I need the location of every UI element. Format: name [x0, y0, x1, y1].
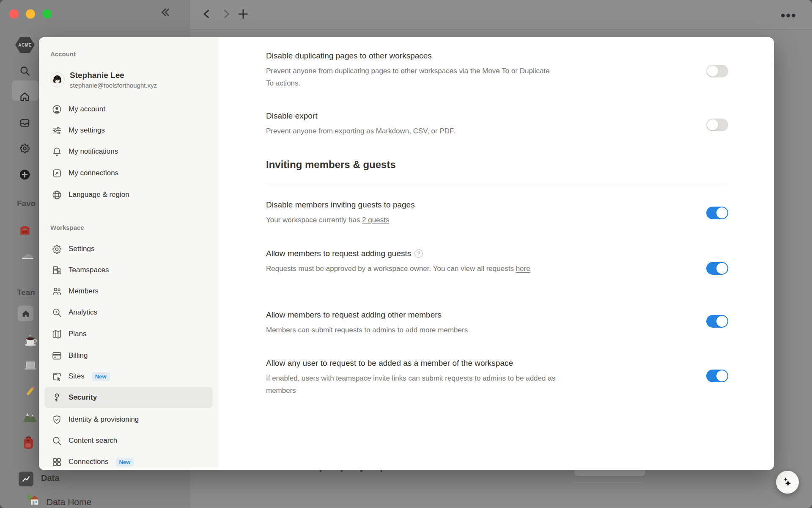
workspace-section-header: Workspace: [50, 224, 84, 231]
sidebar-item-plans[interactable]: Plans: [44, 323, 213, 345]
sidebar-item-label: Security: [69, 393, 97, 402]
setting-description: Prevent anyone from exporting as Markdow…: [266, 125, 613, 137]
setting-description: Requests must be approved by a workspace…: [266, 265, 516, 273]
zoom-window-button[interactable]: [42, 9, 52, 19]
setting-title: Allow members to request adding other me…: [266, 309, 647, 320]
sidebar-item-members[interactable]: Members: [44, 281, 213, 302]
teamspace-coffee-icon[interactable]: [24, 334, 38, 348]
user-name: Stephanie Lee: [70, 70, 157, 80]
sidebar-item-label: Members: [69, 287, 99, 295]
more-options-icon[interactable]: •••: [781, 8, 797, 23]
setting-row-request-guests: Allow members to request adding guests? …: [266, 248, 647, 275]
sidebar-user-row[interactable]: Stephanie Lee stephanie@toolsforthought.…: [50, 70, 157, 89]
sidebar-item-security[interactable]: Security: [44, 387, 213, 408]
toggle-request-members[interactable]: [706, 315, 728, 328]
workspace-logo[interactable]: ACME: [15, 37, 35, 53]
sidebar-item-analytics[interactable]: Analytics: [44, 302, 213, 323]
close-window-button[interactable]: [9, 9, 19, 19]
sidebar-item-label: Content search: [69, 436, 117, 445]
teamspaces-section-label: Tean: [17, 288, 35, 297]
sidebar-item-label: Teamspaces: [69, 266, 109, 274]
search-icon[interactable]: [19, 65, 30, 77]
new-tab-icon[interactable]: [237, 8, 250, 20]
sidebar-item-label: Sites: [69, 372, 85, 381]
data-home-page-label[interactable]: Data Home: [47, 497, 91, 507]
sidebar-item-my-notifications[interactable]: My notifications: [44, 141, 213, 162]
new-badge: New: [116, 458, 134, 467]
setting-description: Prevent anyone from duplicating pages to…: [266, 65, 556, 89]
minimize-window-button[interactable]: [26, 9, 35, 19]
setting-row-disable-duplicating: Disable duplicating pages to other works…: [266, 50, 647, 89]
setting-row-any-user-request: Allow any user to request to be added as…: [266, 357, 647, 397]
teamspace-pencil-icon[interactable]: [22, 384, 37, 400]
toggle-any-user-request[interactable]: [706, 370, 728, 382]
setting-description: Your workspace currently has: [266, 216, 362, 224]
people-icon: [52, 286, 62, 297]
inbox-icon[interactable]: [19, 117, 30, 129]
settings-modal: Account Stephanie Lee stephanie@toolsfor…: [39, 37, 774, 470]
traffic-lights: [9, 9, 52, 19]
teamspace-mountain-icon[interactable]: [22, 410, 38, 423]
globe-icon: [52, 190, 62, 200]
security-settings-content: Disable duplicating pages to other works…: [218, 37, 774, 470]
sidebar-item-sites[interactable]: Sites New: [44, 366, 213, 387]
data-home-page-icon[interactable]: [25, 493, 40, 507]
back-icon[interactable]: [201, 8, 213, 20]
favorite-sneaker-icon[interactable]: [21, 249, 35, 261]
sidebar-item-settings[interactable]: Settings: [44, 238, 213, 260]
data-page-label[interactable]: Data: [41, 473, 59, 483]
teamspace-laptop-icon[interactable]: [23, 360, 38, 373]
toggle-disable-guest-invites[interactable]: [706, 207, 728, 219]
sidebar-item-content-search[interactable]: Content search: [44, 430, 213, 451]
sidebar-item-connections[interactable]: Connections New: [44, 451, 213, 470]
teamspace-backpack-icon[interactable]: [21, 435, 36, 450]
search-icon: [52, 436, 62, 446]
sidebar-item-billing[interactable]: Billing: [44, 345, 213, 366]
favorite-phone-icon[interactable]: [19, 224, 31, 236]
setting-title: Disable duplicating pages to other works…: [266, 50, 647, 61]
toggle-disable-duplicating[interactable]: [706, 65, 728, 77]
sidebar-item-my-settings[interactable]: My settings: [44, 120, 213, 141]
setting-row-disable-guest-invites: Disable members inviting guests to pages…: [266, 199, 647, 226]
sidebar-item-teamspaces[interactable]: Teamspaces: [44, 260, 213, 281]
gear-icon: [52, 244, 62, 254]
help-icon[interactable]: ?: [414, 249, 423, 258]
home-icon[interactable]: [19, 91, 30, 102]
user-email: stephanie@toolsforthought.xyz: [70, 81, 157, 89]
toggle-disable-export[interactable]: [706, 119, 728, 131]
setting-title: Disable members inviting guests to pages: [266, 199, 647, 210]
section-divider: [266, 183, 729, 183]
collapse-sidebar-icon[interactable]: [159, 6, 172, 19]
new-badge: New: [92, 372, 110, 381]
sliders-icon: [52, 125, 62, 136]
toggle-request-guests[interactable]: [706, 262, 728, 275]
background-button-shape: [574, 469, 645, 476]
setting-row-disable-export: Disable export Prevent anyone from expor…: [266, 110, 647, 137]
sidebar-item-language-region[interactable]: Language & region: [44, 184, 213, 205]
sidebar-item-my-account[interactable]: My account: [44, 99, 213, 120]
settings-nav-icon[interactable]: [19, 143, 30, 154]
search-sparkle-icon: [52, 307, 62, 318]
credit-card-icon: [52, 351, 62, 361]
building-icon: [52, 265, 62, 276]
view-requests-link[interactable]: here: [516, 265, 530, 273]
map-icon: [52, 329, 62, 340]
data-page-icon[interactable]: [19, 472, 33, 486]
arrow-up-right-square-icon: [52, 168, 62, 179]
sidebar-item-label: Connections: [69, 458, 109, 466]
setting-title: Allow any user to request to be added as…: [266, 357, 647, 369]
teamspace-home-icon[interactable]: [18, 306, 33, 321]
key-icon: [52, 392, 62, 403]
sidebar-item-identity-provisioning[interactable]: Identity & provisioning: [44, 409, 213, 430]
setting-description: Members can submit requests to admins to…: [266, 324, 613, 336]
sidebar-item-label: Identity & provisioning: [69, 415, 139, 424]
ai-assistant-button[interactable]: [776, 471, 799, 494]
new-page-icon[interactable]: [19, 169, 30, 180]
settings-sidebar: Account Stephanie Lee stephanie@toolsfor…: [39, 37, 218, 470]
background-canvas-topbar: [190, 0, 812, 30]
forward-icon[interactable]: [220, 8, 232, 20]
guests-count-link[interactable]: 2 guests: [362, 216, 389, 224]
sidebar-item-label: My connections: [69, 169, 118, 177]
sidebar-item-my-connections[interactable]: My connections: [44, 163, 213, 184]
account-section-header: Account: [50, 50, 76, 58]
